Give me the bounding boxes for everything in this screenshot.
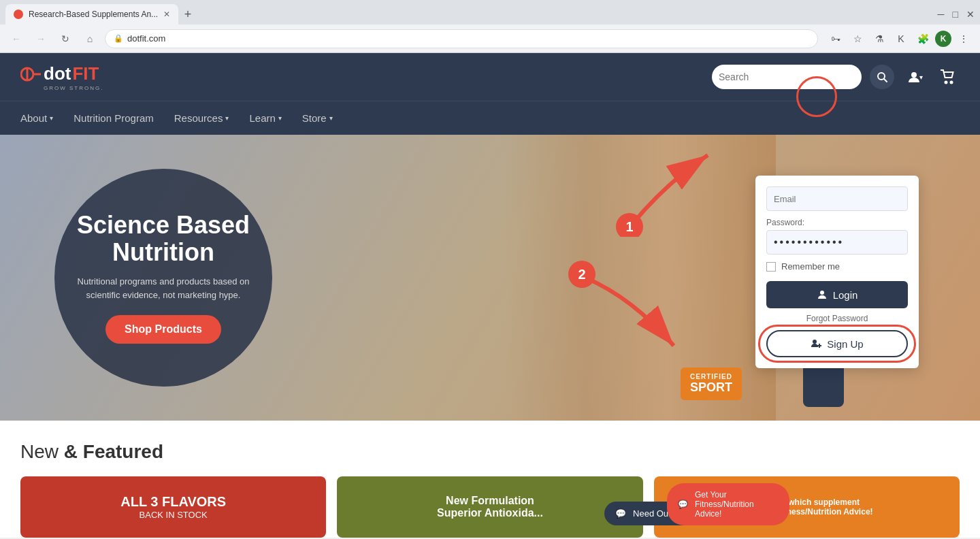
nav-about[interactable]: About ▾ [20,112,53,124]
chat-icon-2: 💬 [678,500,688,509]
search-icon [876,71,888,83]
website-content: dotFIT GROW STRONG. [0,53,980,538]
remember-me-row: Remember me [766,261,908,272]
window-controls: ─ □ ✕ [938,9,975,20]
search-button[interactable] [870,65,894,89]
reload-button[interactable]: ↻ [56,29,75,48]
chat-icon-1: 💬 [615,508,626,519]
profile-avatar[interactable]: K [935,31,951,47]
hero-subtitle: Nutritional programs and products based … [75,275,252,301]
logo-dot-text: dot [44,63,71,84]
remember-label: Remember me [781,261,840,272]
certified-label: CERTIFIED [690,373,732,380]
browser-nav-bar: ← → ↻ ⌂ 🔒 dotfit.com 🗝 ☆ ⚗ K 🧩 K ⋮ [0,24,980,53]
signup-icon [811,338,821,349]
back-button[interactable]: ← [7,29,26,48]
chat-label-2: Get Your Fitness/Nutrition Advice! [695,490,779,519]
url-text: dotfit.com [127,33,165,44]
logo-icon [20,63,42,85]
forgot-password-link[interactable]: Forgot Password [766,314,908,323]
nav-nutrition-program[interactable]: Nutrition Program [74,112,154,124]
search-input[interactable] [719,71,828,82]
browser-action-buttons: 🗝 ☆ ⚗ K 🧩 K ⋮ [826,29,973,48]
maximize-button[interactable]: □ [953,9,958,20]
lock-icon: 🔒 [114,34,123,43]
site-header: dotFIT GROW STRONG. [0,53,980,101]
active-tab[interactable]: Research-Based Supplements An... ✕ [5,4,178,24]
tab-bar: Research-Based Supplements An... ✕ + ─ □… [0,0,980,24]
learn-chevron-icon: ▾ [278,114,282,122]
tab-title: Research-Based Supplements An... [29,10,158,19]
search-area: ▾ [712,65,960,89]
resources-chevron-icon: ▾ [225,114,229,122]
featured-card-1[interactable]: ALL 3 FLAVORSBACK IN STOCK [20,476,326,538]
nav-resources[interactable]: Resources ▾ [174,112,229,124]
site-navigation: About ▾ Nutrition Program Resources ▾ Le… [0,101,980,135]
star-icon[interactable]: ☆ [848,29,867,48]
certified-sport-badge: CERTIFIED SPORT [681,368,742,400]
signup-wrapper: Sign Up [766,330,908,357]
about-chevron-icon: ▾ [50,114,53,122]
logo: dotFIT GROW STRONG. [20,63,103,91]
browser-chrome: Research-Based Supplements An... ✕ + ─ □… [0,0,980,53]
search-box [712,65,862,89]
user-dropdown-chevron: ▾ [919,74,923,81]
remember-checkbox[interactable] [766,262,776,272]
featured-cards-row: ALL 3 FLAVORSBACK IN STOCK New Formulati… [20,476,960,538]
svg-point-14 [820,291,824,295]
hero-title: Science Based Nutrition [75,212,252,265]
chat-widget-2[interactable]: 💬 Get Your Fitness/Nutrition Advice! [667,483,789,525]
shop-products-button[interactable]: Shop Products [105,315,221,344]
nav-learn[interactable]: Learn ▾ [249,112,281,124]
minimize-button[interactable]: ─ [938,9,945,20]
login-button[interactable]: Login [766,281,908,308]
new-tab-button[interactable]: + [178,5,197,24]
forward-button[interactable]: → [31,29,50,48]
home-button[interactable]: ⌂ [80,29,99,48]
email-input[interactable] [766,186,908,211]
svg-point-15 [813,340,817,344]
email-field-wrapper [766,186,908,211]
password-field: •••••••••••• [766,230,908,255]
extension-icon-2[interactable]: K [892,29,911,48]
featured-section-title: New & Featured [20,441,960,463]
puzzle-icon[interactable]: 🧩 [913,29,932,48]
password-field-wrapper: Password: •••••••••••• [766,218,908,255]
card-1-text: ALL 3 FLAVORSBACK IN STOCK [114,487,233,527]
password-value: •••••••••••• [774,236,844,248]
signup-button[interactable]: Sign Up [766,330,908,357]
tab-close-button[interactable]: ✕ [163,10,170,19]
key-icon[interactable]: 🗝 [826,29,845,48]
close-button[interactable]: ✕ [966,9,975,20]
below-hero-section: New & Featured ALL 3 FLAVORSBACK IN STOC… [0,421,980,538]
svg-point-5 [911,72,917,78]
svg-point-6 [945,82,947,84]
address-bar[interactable]: 🔒 dotfit.com [105,29,818,48]
svg-point-7 [951,82,953,84]
card-1-sub: BACK IN STOCK [120,510,226,520]
hero-circle: Science Based Nutrition Nutritional prog… [54,169,272,387]
nav-store[interactable]: Store ▾ [302,112,333,124]
sport-label: SPORT [690,380,732,395]
card-2-text: New FormulationSuperior Antioxida... [430,488,550,526]
user-icon [907,70,921,84]
cart-icon [940,69,955,84]
logo-tagline: GROW STRONG. [44,85,103,91]
logo-fit-text: FIT [72,63,99,84]
menu-button[interactable]: ⋮ [954,29,973,48]
extension-icon-1[interactable]: ⚗ [870,29,889,48]
cart-button[interactable] [935,65,960,89]
svg-line-4 [884,79,887,82]
password-label: Password: [766,218,908,227]
store-chevron-icon: ▾ [329,114,333,122]
user-menu-button[interactable]: ▾ [902,65,927,89]
login-user-icon [817,289,828,300]
hero-section: dotFIT CERTIFIED SPORT Science Based Nut… [0,135,980,421]
login-dropdown-panel: Password: •••••••••••• Remember me Login [755,176,919,368]
featured-card-2[interactable]: New FormulationSuperior Antioxida... [337,476,642,538]
tab-favicon [14,10,23,19]
